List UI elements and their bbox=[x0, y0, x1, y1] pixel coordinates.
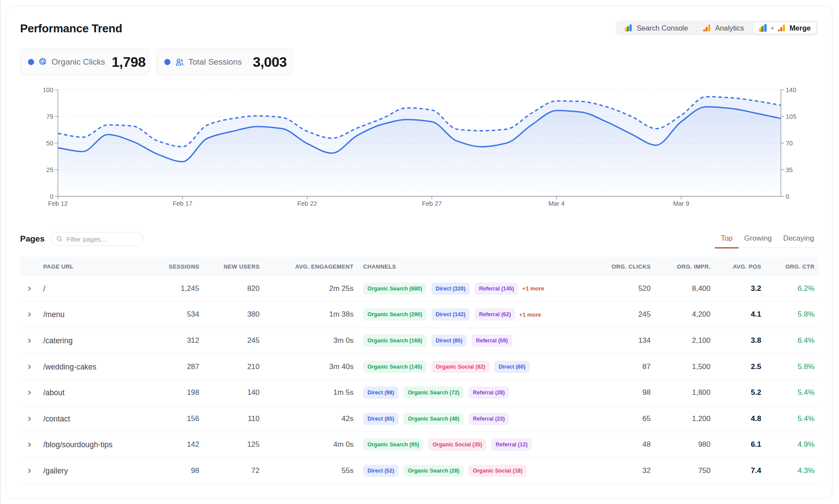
svg-text:Mar 4: Mar 4 bbox=[548, 200, 565, 207]
svg-text:Mar 9: Mar 9 bbox=[673, 200, 689, 207]
svg-text:0: 0 bbox=[786, 193, 789, 200]
svg-text:75: 75 bbox=[46, 113, 53, 120]
svg-text:70: 70 bbox=[786, 140, 793, 147]
svg-text:Feb 12: Feb 12 bbox=[48, 200, 68, 207]
svg-text:Feb 17: Feb 17 bbox=[173, 200, 192, 207]
svg-text:Feb 22: Feb 22 bbox=[297, 200, 317, 207]
svg-text:0: 0 bbox=[50, 193, 53, 200]
svg-text:35: 35 bbox=[786, 166, 793, 173]
svg-text:100: 100 bbox=[43, 86, 53, 93]
svg-text:50: 50 bbox=[46, 140, 53, 147]
svg-text:Feb 27: Feb 27 bbox=[422, 200, 442, 207]
svg-text:140: 140 bbox=[786, 86, 796, 93]
svg-text:105: 105 bbox=[786, 113, 796, 120]
svg-text:25: 25 bbox=[46, 166, 53, 173]
